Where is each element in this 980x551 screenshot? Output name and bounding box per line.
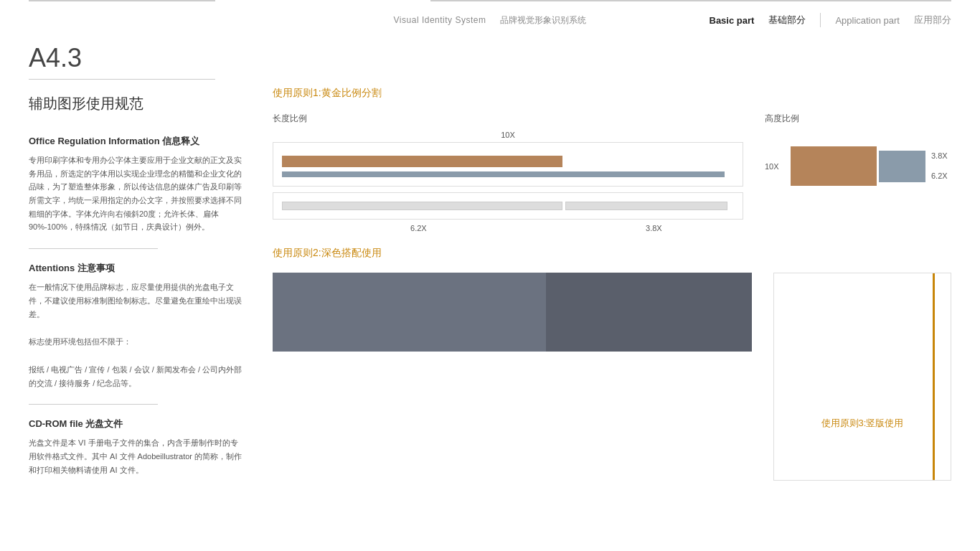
- section-attentions-title: Attentions 注意事项: [29, 262, 244, 275]
- section-attentions: Attentions 注意事项 在一般情况下使用品牌标志，应尽量使用提供的光盘电…: [29, 262, 244, 390]
- sidebar-divider-1: [29, 248, 158, 249]
- principle2-title: 使用原则2:深色搭配使用: [273, 247, 951, 260]
- dark-chart: [273, 273, 752, 352]
- height-label: 高度比例: [765, 113, 951, 125]
- sidebar: 辅助图形使用规范 Office Regulation Information 信…: [29, 87, 265, 491]
- brand-cn-label: 品牌视觉形象识别系统: [500, 14, 586, 27]
- principle3-section: 使用原则3:竖版使用: [773, 273, 951, 481]
- height-ratio-62: 6.2X: [931, 166, 948, 187]
- section-office-title: Office Regulation Information 信息释义: [29, 135, 244, 148]
- sidebar-divider-2: [29, 404, 158, 405]
- principle1-title: 使用原则1:黄金比例分割: [273, 87, 951, 100]
- bottom-bar-left: [282, 202, 562, 210]
- header-right: Basic part 基础部分 Application part 应用部分: [707, 13, 951, 27]
- length-10x: 10X: [273, 131, 743, 139]
- section-attentions-body3: 报纸 / 电视广告 / 宣传 / 包装 / 会议 / 新闻发布会 / 公司内外部…: [29, 363, 244, 390]
- principle2-area: 使用原则3:竖版使用: [273, 273, 951, 481]
- header-separator: [820, 13, 821, 27]
- length-chart-bottom: [273, 192, 743, 220]
- vertical-box: 使用原则3:竖版使用: [773, 273, 951, 481]
- section-office-body: 专用印刷字体和专用办公字体主要应用于企业文献的正文及实务用品，所选定的字体用以实…: [29, 154, 244, 234]
- height-10x-label: 10X: [765, 162, 785, 171]
- height-bar-brown: [791, 146, 877, 186]
- height-bars: [791, 146, 925, 186]
- dark-chart-wrapper: [273, 273, 752, 481]
- height-bar-blue: [879, 151, 925, 182]
- basic-part-cn: 基础部分: [768, 14, 806, 27]
- brown-bar-top: [282, 156, 562, 167]
- height-chart: 10X 3.8X 6.2X: [765, 146, 951, 186]
- section-cdrom: CD-ROM file 光盘文件 光盘文件是本 VI 手册电子文件的集合，内含手…: [29, 418, 244, 476]
- height-ratio-section: 高度比例 10X 3.8X 6.2X: [765, 113, 951, 232]
- main-layout: 辅助图形使用规范 Office Regulation Information 信…: [0, 87, 980, 491]
- section-attentions-body2: 标志使用环境包括但不限于：: [29, 335, 244, 349]
- section-cdrom-body: 光盘文件是本 VI 手册电子文件的集合，内含手册制作时的专用软件格式文件。其中 …: [29, 436, 244, 476]
- header-divider-left: [29, 0, 215, 1]
- length-ratio-labels: 6.2X 3.8X: [273, 224, 743, 232]
- ratio-62x-label: 6.2X: [273, 224, 565, 232]
- vis-system-label: Visual Identity System: [394, 15, 486, 25]
- dark-overlay: [273, 273, 546, 352]
- app-part-cn: 应用部分: [914, 14, 951, 27]
- height-ratio-right-labels: 3.8X 6.2X: [931, 146, 948, 186]
- ratio-38x-label: 3.8X: [565, 224, 743, 232]
- header-divider-center: [430, 0, 736, 1]
- vertical-accent-line: [933, 273, 935, 480]
- principle3-title: 使用原则3:竖版使用: [821, 417, 904, 430]
- section-cdrom-title: CD-ROM file 光盘文件: [29, 418, 244, 430]
- header-divider-right: [736, 0, 951, 1]
- length-ratio-section: 长度比例 10X 6.2X 3.8: [273, 113, 743, 232]
- section-office: Office Regulation Information 信息释义 专用印刷字…: [29, 135, 244, 234]
- basic-part-en: Basic part: [710, 15, 755, 26]
- app-part-en: Application part: [835, 15, 900, 26]
- length-label: 长度比例: [273, 113, 743, 125]
- content-area: 使用原则1:黄金比例分割 长度比例 10X: [265, 87, 951, 491]
- length-chart-top: [273, 142, 743, 187]
- page-title: 辅助图形使用规范: [29, 94, 244, 113]
- page-divider: [29, 79, 215, 80]
- bottom-bars: [282, 202, 734, 210]
- header: Visual Identity System 品牌视觉形象识别系统 Basic …: [0, 0, 980, 36]
- section-attentions-body1: 在一般情况下使用品牌标志，应尽量使用提供的光盘电子文件，不建议使用标准制图绘制标…: [29, 281, 244, 321]
- principle1-charts: 长度比例 10X 6.2X 3.8: [273, 113, 951, 232]
- header-center: Visual Identity System 品牌视觉形象识别系统: [273, 14, 707, 27]
- blue-bar-top: [282, 171, 725, 177]
- page-number: A4.3: [0, 43, 980, 73]
- height-ratio-38: 3.8X: [931, 146, 948, 166]
- bottom-bar-right: [565, 202, 728, 210]
